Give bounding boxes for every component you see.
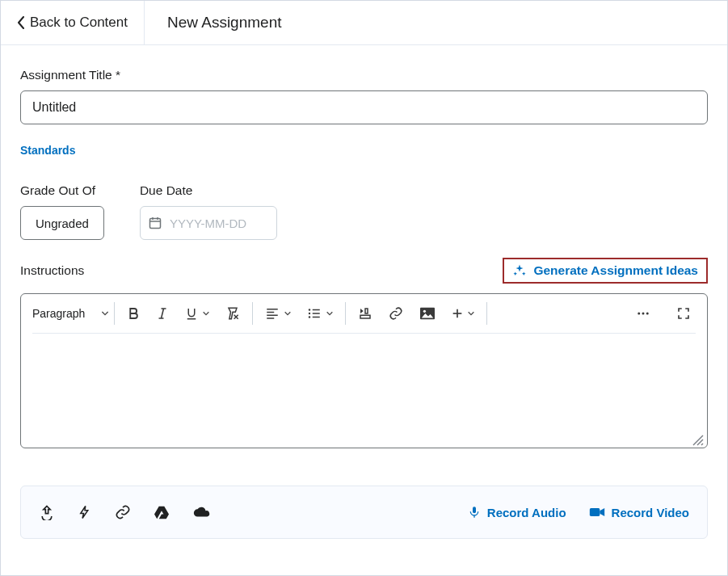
rich-text-editor[interactable]: Paragraph [20,293,708,448]
align-icon [264,306,280,321]
onedrive-icon [192,506,210,519]
back-to-content-link[interactable]: Back to Content [1,1,145,44]
chevron-down-icon [202,309,210,317]
more-actions-button[interactable] [634,306,652,321]
resize-icon [691,433,704,446]
due-date-label: Due Date [140,183,277,198]
chevron-left-icon [17,16,25,29]
back-label: Back to Content [30,15,128,31]
toolbar-separator [486,302,487,325]
assignment-title-input[interactable] [20,90,708,124]
standards-link[interactable]: Standards [20,144,75,157]
block-format-label: Paragraph [32,307,85,320]
resize-handle[interactable] [691,433,704,446]
list-icon [306,306,322,321]
chevron-down-icon [326,309,334,317]
chevron-down-icon [101,309,109,317]
lightning-icon [78,504,92,520]
attachment-bar: Record Audio Record Video [20,486,708,539]
block-format-select[interactable]: Paragraph [32,307,114,320]
insert-stuff-icon [357,306,373,321]
fullscreen-icon [676,306,691,321]
svg-line-31 [701,444,703,445]
ellipsis-icon [634,306,652,321]
clear-format-icon [225,305,241,322]
svg-point-27 [642,313,645,315]
grade-due-row: Grade Out Of Ungraded Due Date [20,183,708,240]
svg-rect-21 [360,315,370,318]
paragraph-group [253,306,345,321]
chevron-down-icon [467,309,475,317]
top-header: Back to Content New Assignment [1,1,727,45]
underline-icon [184,306,199,321]
link-icon [115,504,131,520]
record-video-label: Record Video [612,506,689,519]
attach-right: Record Audio Record Video [468,505,689,519]
image-icon [419,306,436,321]
svg-point-23 [423,310,426,313]
form-body: Assignment Title * Standards Grade Out O… [1,45,727,558]
generate-label: Generate Assignment Ideas [533,263,698,278]
title-label: Assignment Title * [20,68,708,82]
svg-point-28 [646,313,649,315]
grade-label: Grade Out Of [20,183,104,198]
italic-icon [155,306,170,321]
record-audio-button[interactable]: Record Audio [468,505,566,519]
record-video-button[interactable]: Record Video [589,506,689,519]
grade-value-button[interactable]: Ungraded [20,206,104,240]
chevron-down-icon [284,309,292,317]
link-icon [388,306,404,321]
plus-icon [451,307,464,320]
grade-field: Grade Out Of Ungraded [20,183,104,240]
align-button[interactable] [264,306,292,321]
sparkles-icon [512,263,527,278]
svg-point-14 [309,309,310,310]
list-button[interactable] [306,306,334,321]
attach-link-button[interactable] [115,504,131,520]
due-date-field: Due Date [140,183,277,240]
svg-rect-20 [365,309,368,313]
attach-left [39,504,210,520]
microphone-icon [468,505,481,519]
page-title: New Assignment [145,14,282,32]
due-date-wrapper[interactable] [140,206,277,240]
instructions-row: Instructions Generate Assignment Ideas [20,258,708,284]
insert-link-button[interactable] [388,306,404,321]
quicklink-button[interactable] [78,504,92,520]
svg-rect-32 [473,507,476,513]
svg-point-26 [638,313,640,315]
insert-image-button[interactable] [419,306,436,321]
onedrive-button[interactable] [192,506,210,519]
insert-group [346,306,486,321]
fullscreen-button[interactable] [676,306,691,321]
svg-point-16 [309,316,310,317]
calendar-icon [149,217,162,229]
italic-button[interactable] [155,306,170,321]
svg-point-15 [309,313,310,314]
toolbar-divider [32,333,696,334]
app-frame: Back to Content New Assignment Assignmen… [0,0,728,576]
google-drive-icon [154,505,170,519]
svg-rect-33 [589,508,600,516]
svg-line-6 [162,309,164,318]
insert-more-button[interactable] [451,307,475,320]
record-audio-label: Record Audio [487,506,566,519]
generate-ideas-button[interactable]: Generate Assignment Ideas [503,258,708,284]
upload-file-button[interactable] [39,504,55,520]
bold-button[interactable] [126,306,141,321]
editor-toolbar: Paragraph [32,302,696,325]
toolbar-right [634,306,696,321]
google-drive-button[interactable] [154,505,170,519]
video-icon [589,507,605,518]
text-style-group [115,305,252,322]
underline-button[interactable] [184,306,210,321]
svg-rect-0 [149,219,160,229]
bold-icon [126,306,141,321]
due-date-input[interactable] [168,216,268,231]
clear-format-button[interactable] [225,305,241,322]
instructions-label: Instructions [20,263,84,278]
upload-icon [39,504,55,520]
insert-stuff-button[interactable] [357,306,373,321]
